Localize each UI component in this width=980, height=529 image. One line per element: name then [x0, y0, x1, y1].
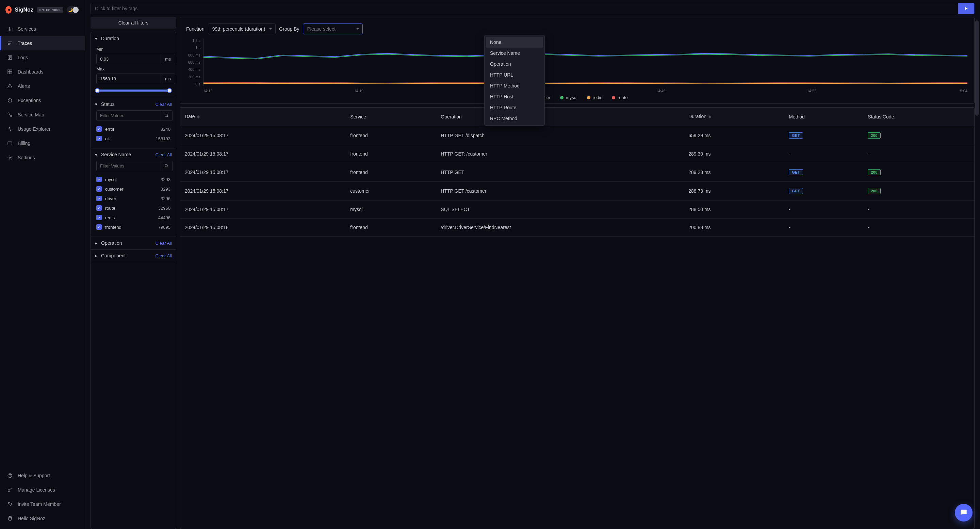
nav-billing[interactable]: Billing	[0, 136, 85, 150]
col-status[interactable]: Status Code	[863, 108, 974, 126]
col-date[interactable]: Date	[180, 108, 345, 126]
cell-date: 2024/01/29 15:08:18	[180, 218, 345, 236]
dropdown-option[interactable]: HTTP Host	[486, 91, 543, 102]
service-filter-input[interactable]	[96, 161, 161, 171]
table-row[interactable]: 2024/01/29 15:08:17 frontend HTTP GET /d…	[180, 126, 974, 145]
checkbox[interactable]	[96, 196, 102, 201]
filter-option[interactable]: error 8240	[96, 124, 170, 134]
clear-status-link[interactable]: Clear All	[156, 102, 172, 107]
nav-licenses[interactable]: Manage Licenses	[0, 483, 85, 497]
chart-plot[interactable]	[203, 38, 967, 86]
traces-table: Date Service Operation Duration Method S…	[180, 107, 975, 529]
table-row[interactable]: 2024/01/29 15:08:18 frontend /driver.Dri…	[180, 218, 974, 236]
function-select[interactable]: 99th percentile (duration)	[208, 24, 276, 34]
clear-component-link[interactable]: Clear All	[156, 253, 172, 258]
filter-option[interactable]: redis 44496	[96, 213, 170, 222]
dropdown-option[interactable]: None	[486, 37, 543, 48]
filter-option[interactable]: customer 3293	[96, 184, 170, 194]
facet-header-status[interactable]: ▾ Status Clear All	[91, 98, 176, 110]
theme-toggle[interactable]: 🌙	[67, 6, 79, 14]
facet-header-service-name[interactable]: ▾ Service Name Clear All	[91, 148, 176, 161]
dropdown-option[interactable]: Operation	[486, 59, 543, 69]
nav-services[interactable]: Services	[0, 22, 85, 36]
checkbox[interactable]	[96, 186, 102, 192]
max-input[interactable]	[96, 73, 161, 84]
facet-header-component[interactable]: ▸ Component Clear All	[91, 250, 176, 262]
filter-label: route	[105, 206, 155, 211]
status-badge: 200	[868, 132, 880, 139]
run-button[interactable]	[958, 3, 974, 14]
col-service[interactable]: Service	[345, 108, 436, 126]
table-row[interactable]: 2024/01/29 15:08:17 mysql SQL SELECT 288…	[180, 200, 974, 218]
nav-usage[interactable]: Usage Explorer	[0, 122, 85, 136]
duration-range-slider[interactable]	[97, 89, 170, 92]
filter-option[interactable]: driver 3296	[96, 194, 170, 203]
table-row[interactable]: 2024/01/29 15:08:17 customer HTTP GET /c…	[180, 182, 974, 200]
nav-hello[interactable]: Hello SigNoz	[0, 511, 85, 526]
filter-option[interactable]: mysql 3293	[96, 175, 170, 184]
nav-exceptions[interactable]: Exceptions	[0, 93, 85, 108]
filter-option[interactable]: route 32960	[96, 203, 170, 213]
nav-invite[interactable]: Invite Team Member	[0, 497, 85, 511]
nav-label: Settings	[18, 155, 35, 160]
checkbox[interactable]	[96, 126, 102, 132]
clear-all-filters-button[interactable]: Clear all filters	[91, 17, 176, 29]
nav-alerts[interactable]: Alerts	[0, 79, 85, 93]
nav-settings[interactable]: Settings	[0, 150, 85, 165]
col-duration[interactable]: Duration	[684, 108, 784, 126]
checkbox[interactable]	[96, 136, 102, 141]
checkbox[interactable]	[96, 205, 102, 211]
filter-option[interactable]: frontend 79095	[96, 222, 170, 232]
nav-logs[interactable]: Logs	[0, 50, 85, 65]
bar-chart-icon	[7, 26, 13, 32]
dropdown-option[interactable]: HTTP Route	[486, 102, 543, 113]
groupby-select[interactable]: Please select	[303, 24, 363, 34]
nav-traces[interactable]: Traces	[0, 36, 85, 50]
clear-operation-link[interactable]: Clear All	[156, 241, 172, 246]
nav-label: Exceptions	[18, 98, 41, 103]
service-search-button[interactable]	[161, 161, 172, 171]
table-row[interactable]: 2024/01/29 15:08:17 frontend HTTP GET: /…	[180, 145, 974, 163]
legend-item[interactable]: mysql	[560, 95, 578, 100]
logo-icon	[5, 6, 11, 14]
min-input[interactable]	[96, 54, 161, 64]
scrollbar-thumb[interactable]	[975, 21, 978, 116]
clear-service-link[interactable]: Clear All	[156, 152, 172, 157]
filter-count: 3293	[161, 177, 170, 182]
col-method[interactable]: Method	[784, 108, 863, 126]
map-icon	[7, 112, 13, 118]
filter-option[interactable]: ok 158193	[96, 134, 170, 143]
dropdown-option[interactable]: Service Name	[486, 48, 543, 59]
slider-handle-right[interactable]	[167, 88, 172, 93]
facet-header-duration[interactable]: ▾ Duration	[91, 32, 176, 45]
dropdown-option[interactable]: RPC Method	[486, 113, 543, 124]
checkbox[interactable]	[96, 177, 102, 182]
dropdown-option[interactable]: HTTP Method	[486, 80, 543, 91]
tag-filter-input[interactable]: Click to filter by tags	[91, 3, 975, 14]
scrollbar[interactable]	[975, 21, 978, 522]
logs-icon	[7, 54, 13, 61]
groupby-label: Group By	[279, 26, 299, 32]
bug-icon	[7, 97, 13, 104]
nav-dashboards[interactable]: Dashboards	[0, 65, 85, 79]
status-search-button[interactable]	[161, 110, 172, 121]
checkbox[interactable]	[96, 224, 102, 230]
nav-help[interactable]: Help & Support	[0, 468, 85, 483]
nav-service-map[interactable]: Service Map	[0, 108, 85, 122]
chat-button[interactable]	[955, 504, 972, 521]
dropdown-option[interactable]: HTTP URL	[486, 69, 543, 80]
checkbox[interactable]	[96, 215, 102, 220]
facet-duration: ▾ Duration Min ms Max	[91, 32, 176, 98]
status-filter-input[interactable]	[96, 110, 161, 121]
y-tick: 1 s	[183, 46, 200, 50]
table-row[interactable]: 2024/01/29 15:08:17 frontend HTTP GET 28…	[180, 163, 974, 182]
col-operation[interactable]: Operation	[436, 108, 684, 126]
legend-item[interactable]: redis	[587, 95, 602, 100]
cell-date: 2024/01/29 15:08:17	[180, 182, 345, 200]
facet-header-operation[interactable]: ▸ Operation Clear All	[91, 237, 176, 249]
slider-handle-left[interactable]	[95, 88, 100, 93]
nav-label: Usage Explorer	[18, 126, 51, 132]
filter-label: driver	[105, 196, 157, 201]
legend-item[interactable]: route	[612, 95, 628, 100]
filter-count: 3296	[161, 196, 170, 201]
